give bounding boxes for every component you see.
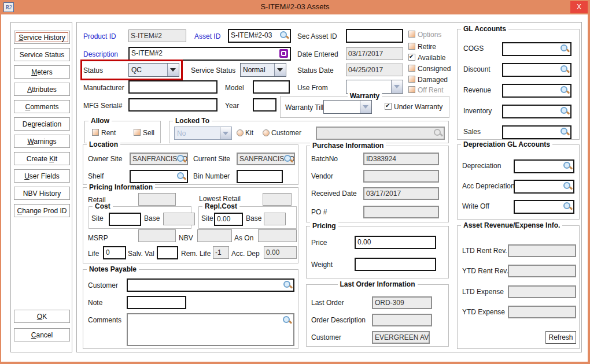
retire-checkbox[interactable] bbox=[408, 43, 415, 50]
search-icon[interactable] bbox=[283, 281, 292, 289]
shelf-field[interactable] bbox=[130, 170, 188, 183]
price-field[interactable]: 0.00 bbox=[355, 236, 436, 249]
description-field[interactable]: S-ITEM#2 bbox=[128, 47, 291, 61]
revenue-field[interactable] bbox=[502, 84, 571, 98]
current-site-field[interactable]: SANFRANCISCO bbox=[237, 153, 295, 165]
btn-text: Service Status bbox=[20, 51, 64, 59]
user-fields-button[interactable]: User Fields bbox=[14, 169, 70, 183]
window-title: S-ITEM#2-03 Assets bbox=[0, 2, 590, 11]
cost-site-field[interactable] bbox=[109, 213, 141, 226]
attributes-button[interactable]: Attributes bbox=[14, 83, 70, 96]
model-field[interactable] bbox=[253, 80, 290, 94]
last-order-label: Last Order bbox=[311, 299, 344, 307]
off-rent-checkbox[interactable] bbox=[408, 86, 415, 93]
year-label: Year bbox=[225, 102, 239, 110]
acc-depreciation-field[interactable] bbox=[514, 180, 574, 194]
rent-label: Rent bbox=[101, 129, 116, 137]
search-icon[interactable] bbox=[560, 44, 569, 53]
lowest-retail-field bbox=[263, 193, 292, 206]
search-icon[interactable] bbox=[563, 182, 572, 191]
search-icon[interactable] bbox=[563, 162, 572, 170]
cancel-button[interactable]: Cancel bbox=[14, 328, 70, 341]
weight-field[interactable] bbox=[355, 258, 436, 271]
search-icon[interactable] bbox=[283, 316, 292, 325]
search-icon[interactable] bbox=[280, 31, 289, 40]
asset-id-value: S-ITEM#2-03 bbox=[231, 31, 272, 39]
search-icon[interactable] bbox=[563, 202, 572, 211]
asset-id-field[interactable]: S-ITEM#2-03 bbox=[228, 29, 291, 43]
search-icon[interactable] bbox=[560, 86, 569, 95]
rent-checkbox[interactable] bbox=[92, 129, 99, 136]
search-icon[interactable] bbox=[177, 155, 186, 164]
sec-asset-id-field[interactable] bbox=[346, 29, 403, 43]
comments-button[interactable]: Comments bbox=[14, 100, 70, 113]
status-dropdown[interactable]: QC bbox=[128, 63, 179, 77]
ltd-expense-field bbox=[508, 285, 576, 298]
repl-cost-group: Repl.Cost Site 0.00 Base bbox=[198, 206, 297, 229]
nbv-history-button[interactable]: NBV History bbox=[14, 187, 70, 200]
chevron-down-icon[interactable] bbox=[391, 80, 403, 93]
search-icon[interactable] bbox=[177, 172, 186, 181]
close-icon[interactable]: X bbox=[570, 1, 588, 13]
change-prod-id-button[interactable]: Change Prod ID bbox=[14, 204, 70, 217]
bin-number-field[interactable] bbox=[237, 170, 283, 183]
depreciation-gl-field[interactable] bbox=[514, 159, 574, 173]
sales-field[interactable] bbox=[502, 125, 571, 139]
ltd-rent-rev-field bbox=[508, 244, 576, 257]
search-icon[interactable] bbox=[560, 65, 569, 74]
warranty-till-dropdown[interactable] bbox=[323, 100, 372, 114]
refresh-button[interactable]: Refresh bbox=[545, 331, 576, 344]
mfg-serial-field[interactable] bbox=[128, 98, 217, 112]
warnings-button[interactable]: Warnings bbox=[14, 135, 70, 148]
chevron-down-icon[interactable] bbox=[167, 64, 179, 76]
consigned-checkbox[interactable] bbox=[408, 65, 415, 72]
service-status-dropdown[interactable]: Normal bbox=[240, 63, 286, 77]
depreciation-button[interactable]: Depreciation bbox=[14, 117, 70, 131]
np-customer-label: Customer bbox=[88, 281, 118, 289]
options-checkbox[interactable] bbox=[408, 31, 415, 38]
customer-radio[interactable] bbox=[263, 129, 270, 136]
window-border-bottom bbox=[0, 362, 590, 364]
search-icon[interactable] bbox=[284, 155, 293, 164]
status-label: Status bbox=[83, 66, 103, 75]
model-label: Model bbox=[225, 84, 244, 92]
repl-site-field[interactable]: 0.00 bbox=[214, 213, 243, 226]
available-checkbox[interactable] bbox=[408, 54, 415, 61]
np-note-field[interactable] bbox=[127, 296, 186, 309]
year-field[interactable] bbox=[253, 98, 276, 112]
chevron-down-icon[interactable] bbox=[274, 64, 286, 76]
meters-button[interactable]: Meters bbox=[14, 65, 70, 79]
pricing-group-title: Pricing bbox=[310, 222, 338, 230]
write-off-field[interactable] bbox=[514, 200, 574, 214]
cogs-field[interactable] bbox=[502, 42, 571, 56]
owner-site-field[interactable]: SANFRANCISCO bbox=[130, 153, 188, 165]
life-field[interactable]: 0 bbox=[103, 246, 126, 259]
salv-val-field[interactable] bbox=[157, 246, 178, 259]
vendor-label: Vendor bbox=[311, 172, 333, 180]
create-kit-button[interactable]: Create Kit bbox=[14, 152, 70, 165]
chevron-down-icon[interactable] bbox=[360, 101, 371, 113]
np-comments-field[interactable] bbox=[127, 313, 294, 346]
search-icon[interactable] bbox=[560, 128, 569, 136]
ok-button[interactable]: OK bbox=[14, 310, 70, 323]
manufacturer-field[interactable] bbox=[128, 80, 217, 94]
cost-base-field bbox=[163, 213, 195, 225]
under-warranty-checkbox[interactable] bbox=[385, 103, 392, 110]
sell-checkbox[interactable] bbox=[134, 129, 141, 136]
service-status-button[interactable]: Service Status bbox=[14, 48, 70, 61]
inventory-field[interactable] bbox=[502, 105, 571, 118]
kit-radio[interactable] bbox=[237, 129, 244, 136]
service-history-button[interactable]: Service History bbox=[14, 31, 70, 44]
warranty-group: Warranty Warranty Till Under Warranty bbox=[280, 96, 449, 118]
btn-text: K bbox=[42, 313, 47, 321]
np-customer-field[interactable] bbox=[127, 278, 294, 292]
discount-field[interactable] bbox=[502, 63, 571, 77]
damaged-checkbox[interactable] bbox=[408, 76, 415, 83]
depreciation-gl-label: Depreciation bbox=[462, 162, 501, 170]
btn-text: hange Prod ID bbox=[22, 207, 67, 215]
search-icon[interactable] bbox=[560, 107, 569, 116]
product-id-field[interactable]: S-ITEM#2 bbox=[128, 29, 186, 42]
title-bar: R2 S-ITEM#2-03 Assets X bbox=[0, 0, 590, 14]
expand-icon[interactable] bbox=[279, 49, 288, 58]
btn-text: reciation bbox=[35, 120, 61, 128]
